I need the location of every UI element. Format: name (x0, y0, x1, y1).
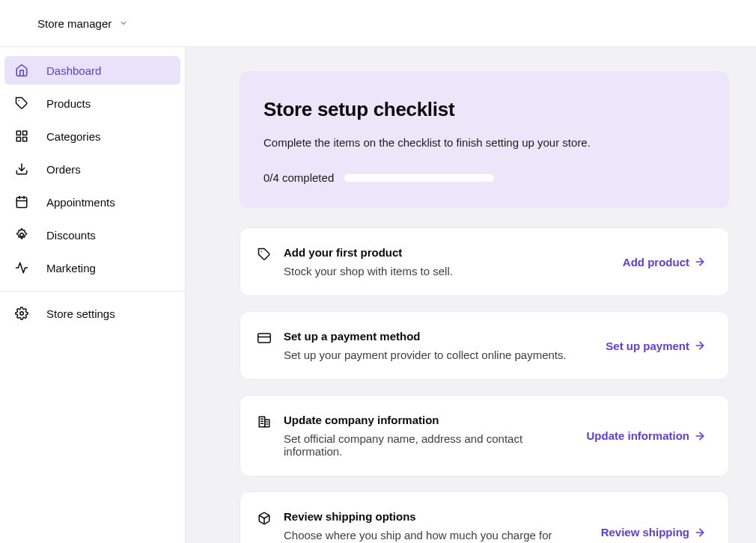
update-information-link[interactable]: Update information (587, 429, 707, 442)
card-action-label: Review shipping (601, 526, 689, 539)
package-icon (257, 511, 272, 526)
activity-icon (15, 261, 28, 274)
main-content: Store setup checklist Complete the items… (186, 46, 756, 543)
arrow-right-icon (694, 430, 706, 442)
grid-icon (15, 129, 28, 143)
sidebar-item-label: Marketing (46, 262, 96, 274)
checklist-card-product: Add your first product Stock your shop w… (240, 227, 729, 296)
add-product-link[interactable]: Add product (623, 256, 706, 269)
svg-rect-14 (258, 334, 271, 343)
sidebar: Dashboard Products Categories Orders (0, 46, 186, 543)
card-desc: Set official company name, address and c… (284, 432, 575, 458)
card-title: Set up a payment method (284, 330, 594, 343)
sidebar-item-appointments[interactable]: Appointments (4, 188, 180, 216)
sidebar-item-label: Dashboard (46, 64, 101, 77)
sidebar-item-label: Appointments (46, 196, 115, 209)
card-title: Add your first product (284, 246, 611, 259)
sidebar-item-label: Store settings (46, 307, 115, 320)
review-shipping-link[interactable]: Review shipping (601, 526, 706, 539)
sidebar-item-label: Discounts (46, 229, 96, 242)
progress-row: 0/4 completed (263, 171, 705, 184)
svg-point-10 (20, 233, 24, 237)
sidebar-item-discounts[interactable]: Discounts (4, 221, 180, 249)
hero-subtitle: Complete the items on the checklist to f… (263, 136, 705, 149)
card-action-label: Update information (587, 429, 690, 442)
calendar-icon (15, 195, 28, 209)
sidebar-item-orders[interactable]: Orders (4, 155, 180, 183)
sidebar-item-dashboard[interactable]: Dashboard (4, 56, 180, 85)
hero-title: Store setup checklist (263, 98, 705, 121)
svg-point-11 (20, 312, 24, 316)
sidebar-item-label: Products (46, 97, 91, 110)
store-manager-dropdown[interactable]: Store manager (37, 17, 128, 30)
card-action-label: Set up payment (606, 340, 689, 352)
progress-bar (344, 174, 494, 182)
card-title: Review shipping options (284, 510, 589, 523)
card-title: Update company information (284, 414, 575, 426)
card-desc: Set up your payment provider to collect … (284, 349, 594, 361)
app-header: Store manager (0, 0, 756, 46)
card-action-label: Add product (623, 256, 689, 269)
checklist-card-shipping: Review shipping options Choose where you… (240, 491, 729, 543)
svg-rect-2 (23, 131, 27, 135)
setup-hero: Store setup checklist Complete the items… (240, 71, 729, 208)
setup-payment-link[interactable]: Set up payment (606, 340, 706, 352)
header-title: Store manager (37, 17, 112, 30)
arrow-right-icon (694, 527, 706, 539)
tag-icon (257, 247, 272, 262)
sidebar-item-store-settings[interactable]: Store settings (4, 299, 180, 328)
svg-rect-6 (16, 197, 27, 208)
svg-rect-18 (265, 420, 269, 427)
card-desc: Choose where you ship and how much you c… (284, 529, 589, 543)
checklist-card-company: Update company information Set official … (240, 395, 729, 476)
credit-card-icon (257, 331, 272, 346)
gear-icon (15, 307, 28, 320)
tag-icon (15, 96, 28, 110)
badge-icon (15, 228, 28, 242)
svg-rect-3 (23, 138, 27, 141)
company-icon (257, 414, 272, 429)
sidebar-divider (0, 291, 185, 292)
card-desc: Stock your shop with items to sell. (284, 265, 611, 277)
arrow-right-icon (694, 256, 706, 268)
chevron-down-icon (119, 19, 128, 28)
sidebar-item-label: Orders (46, 163, 81, 176)
home-icon (15, 64, 28, 77)
progress-label: 0/4 completed (263, 171, 334, 184)
svg-rect-4 (16, 138, 20, 141)
sidebar-item-categories[interactable]: Categories (4, 122, 180, 150)
checklist-card-payment: Set up a payment method Set up your paym… (240, 311, 729, 380)
sidebar-item-marketing[interactable]: Marketing (4, 254, 180, 282)
svg-rect-1 (16, 131, 20, 135)
sidebar-item-label: Categories (46, 130, 101, 143)
download-icon (15, 162, 28, 176)
arrow-right-icon (694, 340, 706, 352)
sidebar-item-products[interactable]: Products (4, 89, 180, 117)
